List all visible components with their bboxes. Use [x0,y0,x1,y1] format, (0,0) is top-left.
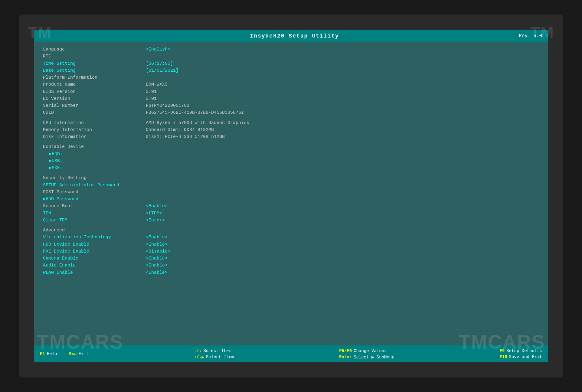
secure-boot-label: Secure Boot [43,203,146,210]
hdd-device-row[interactable]: HDD Device Enable <Enable> [43,241,539,248]
virt-tech-row[interactable]: Virtualization Technology <Enable> [43,234,539,241]
bootable-device-row: Bootable Device [43,143,539,150]
wlan-value: <Enable> [146,269,168,276]
rtc-label: RTC [43,53,146,60]
bottom-bar: F1 Help Esc Exit ↑/↓ Select Item +/-▶ Se… [34,345,548,362]
tpm-value: <fTPM> [146,210,162,217]
post-password-label: POST Password [43,189,146,196]
f5f6-key: F5/F6 [339,348,352,353]
cpu-info-row: CPU Information AMD Ryzen 7 5700U with R… [43,119,539,126]
f10-key: F10 [500,354,507,359]
hdd-device-value: <Enable> [146,241,168,248]
virt-tech-label: Virtualization Technology [43,234,146,241]
audio-label: Audio Enable [43,262,146,269]
advanced-label: Advanced [43,227,146,234]
secure-boot-row[interactable]: Secure Boot <Enable> [43,203,539,210]
audio-row[interactable]: Audio Enable <Enable> [43,262,539,269]
platform-info-row: Platform Information [43,74,539,81]
bootable-device-label: Bootable Device [43,143,146,150]
wlan-row[interactable]: WLAN Enable <Enable> [43,269,539,276]
esc-label: Exit [79,351,89,356]
usb-label: ▶USB: [49,158,152,165]
pxe-device-row[interactable]: PXE Device Enable <Disable> [43,248,539,255]
tpm-row[interactable]: TPM <fTPM> [43,210,539,217]
esc-exit: Esc Exit [69,351,89,356]
serial-number-label: Serial Number [43,102,146,109]
hdd-row[interactable]: ▶HDD: [43,151,539,158]
bios-screen: InsydeH20 Setup Utility Rev. 5.0 Languag… [34,30,548,362]
setup-admin-password-label: SETUP Administrator Password [43,182,146,189]
camera-row[interactable]: Camera Enable <Enable> [43,255,539,262]
disk-info-value: Disk1: PCIe-4 SSD 512GB 512GB [146,133,225,140]
secure-boot-value: <Enable> [146,203,168,210]
security-setting-row: Security Setting [43,175,539,181]
f10-item: F10 Save and Exit [500,354,542,359]
pxe-label: ▶PXE: [49,165,152,172]
ec-version-row: EC Version 3.01 [43,95,539,102]
disk-info-label: Disk Information [43,133,146,140]
f9-item: F9 Setup Defaults [500,348,542,353]
product-name-label: Product Name [43,81,146,88]
disk-info-row: Disk Information Disk1: PCIe-4 SSD 512GB… [43,133,539,140]
f9-label: Setup Defaults [506,348,542,353]
uuid-row: UUID F3627645-86B1-419B-B7B8-D455D585075… [43,109,539,116]
setup-admin-password-row[interactable]: SETUP Administrator Password [43,182,539,189]
nav2-label: Select Item [206,354,234,359]
bios-rev: Rev. 5.0 [519,33,542,39]
f5f6-item: F5/F6 Change Values [339,348,394,353]
tpm-label: TPM [43,210,146,217]
memory-info-label: Memory Information [43,126,146,133]
usb-row[interactable]: ▶USB: [43,158,539,165]
pxe-device-value: <Disable> [146,248,170,255]
advanced-row: Advanced [43,227,539,234]
time-setting-row[interactable]: Time Setting [06:17:05] [43,60,539,67]
f10-label: Save and Exit [509,354,542,359]
date-setting-row[interactable]: Date Setting [01/01/2021] [43,67,539,74]
hdd-label: ▶HDD: [49,151,152,158]
language-value: <English> [146,46,170,53]
pxe-row[interactable]: ▶PXE: [43,165,539,172]
serial-number-row: Serial Number FGTPM24220001702 [43,102,539,109]
ec-version-value: 3.01 [146,95,157,102]
camera-value: <Enable> [146,255,168,262]
title-bar: InsydeH20 Setup Utility Rev. 5.0 [34,30,548,42]
nav1-label: Select Item [203,348,231,353]
f1-help: F1 Help [40,351,57,356]
time-setting-value: [06:17:05] [146,60,173,67]
memory-info-value: Onboard Dimm: DDR4 8192MB [146,126,214,133]
esc-key: Esc [69,351,77,356]
hdd-password-row[interactable]: ▶HDD Password [43,196,539,203]
cpu-info-label: CPU Information [43,119,146,126]
uuid-label: UUID [43,109,146,116]
enter-label: Select ▶ SubMenu [354,354,394,360]
product-name-row: Product Name BOM-WXX9 [43,81,539,88]
nav2-key: +/-▶ [194,354,204,360]
platform-info-label: Platform Information [43,74,146,81]
pxe-device-label: PXE Device Enable [43,248,146,255]
clear-tpm-row[interactable]: Clear TPM <Enter> [43,217,539,224]
memory-info-row: Memory Information Onboard Dimm: DDR4 81… [43,126,539,133]
f1-key: F1 [40,351,45,356]
rtc-row: RTC [43,53,539,60]
date-setting-label: Date Setting [43,67,146,74]
enter-key: Enter [339,354,352,359]
product-name-value: BOM-WXX9 [146,81,168,88]
hdd-password-label: ▶HDD Password [43,196,146,203]
language-label: Language [43,46,146,53]
f9-key: F9 [500,348,505,353]
bios-content: Language <English> RTC Time Setting [06:… [34,42,548,276]
audio-value: <Enable> [146,262,168,269]
virt-tech-value: <Enable> [146,234,168,241]
camera-label: Camera Enable [43,255,146,262]
bios-version-value: 3.01 [146,88,157,95]
cpu-info-value: AMD Ryzen 7 5700U with Radeon Graphics [146,119,249,126]
language-row[interactable]: Language <English> [43,46,539,53]
monitor: TM TM TMCARS TMCARS InsydeH20 Setup Util… [19,15,563,377]
nav1-item: ↑/↓ Select Item [194,348,234,353]
post-password-row[interactable]: POST Password [43,189,539,196]
hdd-device-label: HDD Device Enable [43,241,146,248]
ec-version-label: EC Version [43,95,146,102]
enter-item: Enter Select ▶ SubMenu [339,354,394,360]
f1-label: Help [47,351,57,356]
time-setting-label: Time Setting [43,60,146,67]
